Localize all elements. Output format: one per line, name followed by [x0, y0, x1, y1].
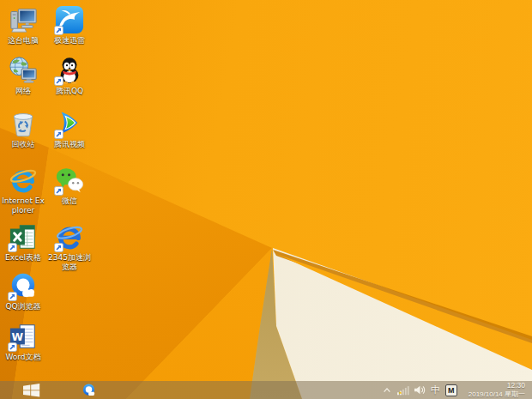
network-status-button[interactable]: *: [394, 381, 412, 399]
icon-label: 网络: [15, 87, 31, 96]
windows-logo-icon: [23, 384, 40, 397]
icon-label: Excel表格: [5, 253, 41, 263]
shortcut-arrow-icon: [8, 342, 17, 352]
ime-mode-indicator[interactable]: 中: [428, 381, 443, 399]
shortcut-arrow-icon: [54, 186, 63, 196]
desktop-icon-excel[interactable]: Excel表格: [0, 221, 46, 263]
shortcut-arrow-icon: [54, 243, 63, 252]
icon-label: Word文档: [5, 353, 40, 362]
desktop-icon-this-pc[interactable]: 这台电脑: [0, 4, 46, 45]
shortcut-arrow-icon: [54, 76, 63, 86]
chevron-up-icon: [383, 387, 391, 393]
show-hidden-icons-button[interactable]: [380, 381, 394, 399]
speaker-icon: [414, 385, 426, 395]
icon-label: 极速迅雷: [54, 36, 85, 45]
icon-label: 回收站: [12, 140, 35, 149]
internet-explorer-icon: [9, 166, 38, 195]
taskbar: * 中 M 12:30 2019/10/14 星期一: [0, 381, 532, 399]
network-signal-icon: *: [396, 385, 409, 396]
network-globe-icon: [9, 56, 38, 85]
svg-text:*: *: [399, 390, 402, 395]
clock[interactable]: 12:30 2019/10/14 星期一: [466, 381, 528, 399]
icon-label: 这台电脑: [8, 36, 39, 45]
desktop-icon-wechat[interactable]: 微信: [46, 165, 93, 206]
clock-date: 2019/10/14 星期一: [469, 390, 525, 398]
desktop-icon-browser-2345[interactable]: 2345加速浏览器: [46, 221, 93, 271]
clock-time: 12:30: [507, 382, 525, 390]
ime-badge-label: M: [445, 384, 457, 396]
shortcut-arrow-icon: [54, 26, 63, 35]
icon-label: QQ浏览器: [5, 302, 40, 311]
shortcut-arrow-icon: [8, 243, 17, 252]
taskbar-qq-browser-button[interactable]: [74, 381, 103, 399]
desktop-icon-word[interactable]: W Word文档: [0, 321, 46, 362]
desktop-icon-network[interactable]: 网络: [0, 55, 46, 96]
icon-label: 2345加速浏览器: [46, 253, 93, 271]
start-button[interactable]: [12, 381, 51, 399]
ime-language-badge[interactable]: M: [443, 381, 460, 399]
shortcut-arrow-icon: [54, 130, 63, 139]
desktop-icon-qq-browser[interactable]: QQ浏览器: [0, 270, 46, 311]
qq-browser-icon: [82, 383, 96, 397]
system-tray: * 中 M 12:30 2019/10/14 星期一: [380, 381, 532, 399]
desktop-icon-tencent-qq[interactable]: 腾讯QQ: [46, 55, 93, 96]
icon-label: 腾讯QQ: [56, 87, 83, 96]
desktop-icon-tencent-video[interactable]: 腾讯视频: [46, 108, 93, 149]
ime-mode-label: 中: [431, 385, 440, 395]
desktop-icon-recycle-bin[interactable]: 回收站: [0, 108, 46, 149]
desktop-icon-thunder-speed[interactable]: 极速迅雷: [46, 4, 93, 45]
icon-label: Internet Explorer: [0, 196, 46, 215]
icon-label: 腾讯视频: [54, 140, 85, 149]
icon-label: 微信: [62, 196, 77, 206]
desktop: { "wallpaper": { "base_color": "#f8a50c"…: [0, 0, 532, 399]
shortcut-arrow-icon: [8, 292, 17, 301]
volume-button[interactable]: [412, 381, 428, 399]
this-pc-icon: [9, 5, 38, 34]
desktop-icon-internet-explorer[interactable]: Internet Explorer: [0, 165, 46, 215]
recycle-bin-icon: [9, 109, 38, 138]
